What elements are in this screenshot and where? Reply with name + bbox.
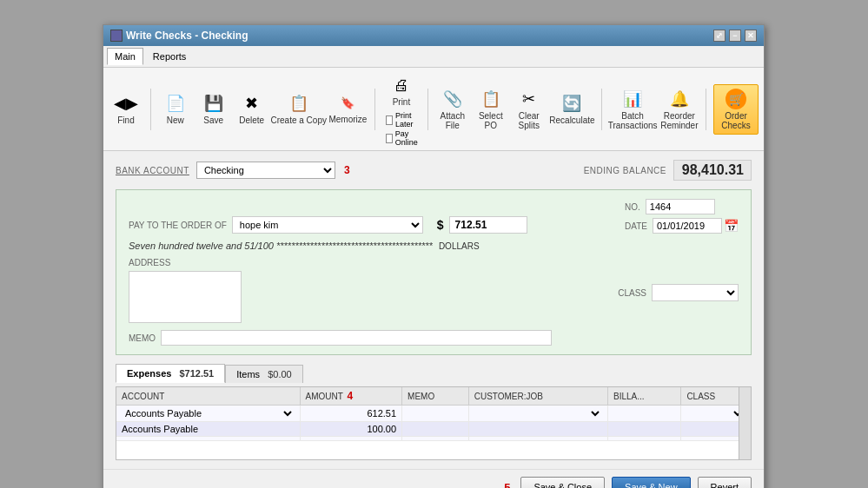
- bank-account-row: BANK ACCOUNT Checking 3 ENDING BALANCE 9…: [116, 160, 752, 181]
- save-icon: 💾: [203, 93, 224, 114]
- attach-file-icon: 📎: [442, 89, 463, 109]
- written-amount: Seven hundred twelve and 51/100 ********…: [129, 241, 739, 251]
- create-copy-button[interactable]: 📋 Create a Copy: [273, 89, 325, 129]
- tab-items-label: Items: [236, 369, 260, 379]
- check-date-row: DATE 📅: [625, 218, 739, 234]
- pay-online-checkbox[interactable]: [386, 134, 393, 143]
- order-checks-button[interactable]: 🛒 OrderChecks: [713, 84, 759, 135]
- table-scrollbar[interactable]: [739, 387, 751, 459]
- payto-select[interactable]: hope kim: [232, 216, 423, 234]
- save-close-button[interactable]: Save & Close: [520, 477, 605, 488]
- amount-input[interactable]: [449, 216, 527, 234]
- toolbar-sep-2: [374, 89, 375, 130]
- save-button[interactable]: 💾 Save: [196, 89, 231, 129]
- create-copy-icon: 📋: [288, 93, 309, 114]
- row1-account-select[interactable]: Accounts Payable: [122, 407, 295, 419]
- print-later-label: Print Later: [395, 111, 421, 129]
- row1-account[interactable]: Accounts Payable: [116, 406, 300, 422]
- memo-label: MEMO: [129, 333, 156, 343]
- batch-icon: 📊: [622, 89, 643, 109]
- batch-transactions-button[interactable]: 📊 BatchTransactions: [609, 85, 657, 134]
- stars-text: ****************************************…: [274, 241, 433, 251]
- find-label: Find: [117, 115, 134, 125]
- table-step-num: 4: [348, 390, 354, 402]
- toolbar: ◀▶ Find 📄 New 💾 Save ✖ Delete 📋 Create a…: [103, 68, 764, 151]
- pay-online-label: Pay Online: [395, 129, 421, 147]
- select-po-label: SelectPO: [479, 111, 503, 130]
- tab-expenses-amount: $712.51: [179, 368, 214, 379]
- check-date-input[interactable]: [653, 218, 722, 234]
- save-new-button[interactable]: Save & New: [612, 477, 691, 488]
- table-row: Accounts Payable 100.00: [116, 422, 751, 437]
- close-btn[interactable]: ✕: [745, 30, 757, 42]
- clear-splits-icon: ✂: [519, 89, 540, 109]
- row2-account[interactable]: Accounts Payable: [116, 422, 300, 437]
- menu-item-main[interactable]: Main: [107, 48, 143, 65]
- tab-items-amount: $0.00: [268, 369, 292, 379]
- revert-button[interactable]: Revert: [698, 477, 752, 488]
- address-box[interactable]: [129, 271, 242, 323]
- class-label: CLASS: [618, 288, 646, 298]
- tab-expenses[interactable]: Expenses $712.51: [116, 364, 225, 383]
- expenses-table: ACCOUNT AMOUNT 4 MEMO CUSTOMER:JOB: [116, 387, 751, 441]
- row2-customer-job[interactable]: [468, 422, 607, 437]
- delete-button[interactable]: ✖ Delete: [235, 89, 269, 129]
- col-billable: BILLA...: [608, 387, 681, 406]
- address-section: ADDRESS CLASS: [129, 258, 739, 323]
- row1-class-select[interactable]: [686, 407, 745, 419]
- print-later-checkbox[interactable]: [386, 115, 393, 125]
- row2-memo[interactable]: [402, 422, 469, 437]
- print-button[interactable]: 🖨 Print: [382, 71, 421, 110]
- reorder-reminder-button[interactable]: 🔔 ReorderReminder: [659, 85, 699, 134]
- delete-icon: ✖: [242, 93, 262, 114]
- print-later-option[interactable]: Print Later: [386, 111, 421, 129]
- order-checks-label: OrderChecks: [721, 111, 750, 130]
- check-date-field: 📅: [653, 218, 739, 234]
- title-controls: ⤢ − ✕: [713, 30, 757, 42]
- row1-billable[interactable]: [608, 406, 681, 422]
- tab-items[interactable]: Items $0.00: [225, 365, 303, 383]
- row2-billable[interactable]: [608, 422, 681, 437]
- row1-memo[interactable]: [402, 406, 469, 422]
- row1-customer-job[interactable]: [468, 406, 607, 422]
- window-title: Write Checks - Checking: [126, 30, 248, 42]
- order-checks-icon: 🛒: [726, 89, 746, 109]
- calendar-icon[interactable]: 📅: [724, 219, 739, 233]
- recalculate-button[interactable]: 🔄 Recalculate: [550, 89, 594, 129]
- menu-item-reports[interactable]: Reports: [145, 48, 195, 65]
- form-content: BANK ACCOUNT Checking 3 ENDING BALANCE 9…: [103, 151, 764, 469]
- memorize-button[interactable]: 🔖 Memorize: [328, 89, 368, 128]
- save-label: Save: [203, 115, 223, 125]
- expand-btn[interactable]: ⤢: [713, 30, 726, 42]
- print-icon: 🖨: [391, 75, 412, 96]
- clear-splits-button[interactable]: ✂ ClearSplits: [512, 85, 547, 134]
- select-po-button[interactable]: 📋 SelectPO: [474, 85, 508, 134]
- menu-main-label: Main: [115, 51, 136, 62]
- row1-amount[interactable]: 612.51: [300, 406, 401, 422]
- address-group: ADDRESS: [129, 258, 242, 323]
- check-no-input[interactable]: [646, 199, 715, 214]
- print-label: Print: [393, 97, 411, 107]
- pay-online-option[interactable]: Pay Online: [386, 129, 421, 147]
- written-amount-text: Seven hundred twelve and 51/100: [129, 241, 274, 251]
- memo-input[interactable]: [161, 330, 552, 346]
- recalculate-label: Recalculate: [549, 115, 594, 125]
- find-button[interactable]: ◀▶ Find: [109, 89, 143, 129]
- attach-file-label: AttachFile: [441, 111, 465, 130]
- find-icon: ◀▶: [116, 93, 136, 114]
- payto-label: PAY TO THE ORDER OF: [129, 221, 227, 230]
- class-select[interactable]: [652, 284, 739, 301]
- bank-account-select[interactable]: Checking: [196, 162, 335, 179]
- toolbar-sep-4: [601, 89, 602, 130]
- delete-label: Delete: [239, 115, 264, 125]
- row1-customer-select[interactable]: [474, 407, 602, 419]
- new-button[interactable]: 📄 New: [158, 89, 193, 129]
- col-customer-job: CUSTOMER:JOB: [468, 387, 607, 406]
- attach-file-button[interactable]: 📎 AttachFile: [435, 85, 470, 134]
- address-label: ADDRESS: [129, 258, 242, 267]
- reorder-icon: 🔔: [669, 89, 690, 109]
- check-no-row: NO.: [625, 199, 739, 214]
- row2-amount[interactable]: 100.00: [300, 422, 401, 437]
- minimize-btn[interactable]: −: [729, 30, 741, 42]
- create-copy-label: Create a Copy: [270, 115, 326, 125]
